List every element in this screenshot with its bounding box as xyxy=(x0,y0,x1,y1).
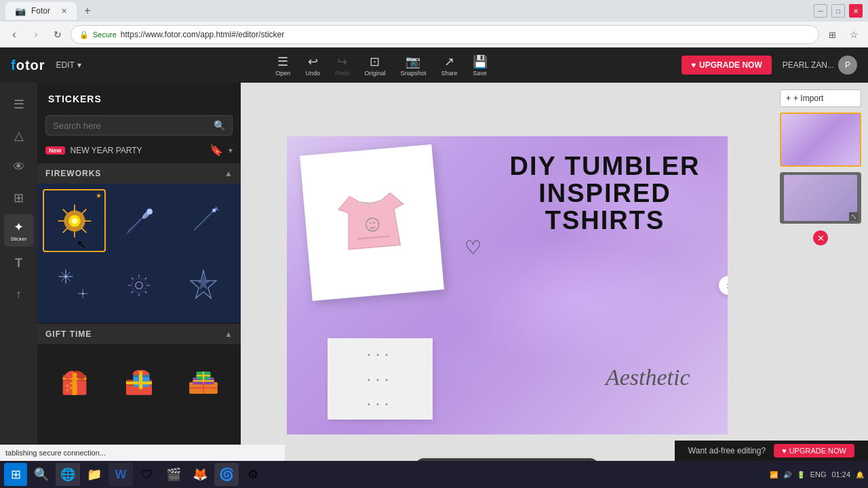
left-sidebar: ☰ △ 👁 ⊞ ✦ Sticker T ↑ ⚙ xyxy=(0,83,37,488)
svg-line-10 xyxy=(62,228,67,232)
original-tool-btn[interactable]: ⊡ Original xyxy=(364,54,385,77)
gift-time-section-header[interactable]: GIFT TIME ▲ xyxy=(37,324,241,344)
secondary-thumbnail[interactable] xyxy=(784,175,857,221)
app: fotor EDIT ▾ ☰ Open ↩ Undo ↪ Redo ⊡ Orig… xyxy=(0,47,868,488)
search-input[interactable] xyxy=(53,121,210,131)
gift-time-sticker-grid xyxy=(37,344,241,418)
upgrade-now-btn[interactable]: ♥ UPGRADE NOW xyxy=(682,56,772,75)
sticker-item-gift-2[interactable] xyxy=(107,350,170,413)
share-tool-btn[interactable]: ↗ Share xyxy=(441,54,457,77)
taskbar-item-other[interactable]: ⚙ xyxy=(241,463,265,486)
bookmark-icon[interactable]: 🔖 xyxy=(210,144,223,157)
import-label: + Import xyxy=(793,94,823,103)
title-line3: TSHIRTS xyxy=(510,207,701,235)
stickers-panel: STICKERS 🔍 New NEW YEAR PARTY 🔖 ▾ FIREWO… xyxy=(37,83,241,488)
sidebar-item-upload[interactable]: ↑ xyxy=(4,279,34,309)
canvas-title: DIY TUMBLER INSPIRED TSHIRTS xyxy=(510,153,701,235)
forward-btn: › xyxy=(27,26,45,43)
gift-time-collapse-icon[interactable]: ▲ xyxy=(224,329,233,339)
sticker-item-firework-1[interactable]: ★ xyxy=(43,189,106,252)
taskbar-item-firefox[interactable]: 🦊 xyxy=(188,463,212,486)
upgrade-ad-free-btn[interactable]: ♥ UPGRADE NOW xyxy=(774,444,854,458)
snapshot-label: Snapshot xyxy=(400,70,426,77)
undo-label: Undo xyxy=(305,70,320,77)
fireworks-section-header[interactable]: FIREWORKS ▲ xyxy=(37,163,241,184)
tshirt-card[interactable] xyxy=(300,144,444,301)
undo-tool-btn[interactable]: ↩ Undo xyxy=(305,54,320,77)
stickers-search-bar[interactable]: 🔍 xyxy=(45,115,233,136)
sticker-item-gift-3[interactable] xyxy=(172,350,235,413)
sticker-item-firework-3[interactable] xyxy=(172,189,235,252)
svg-line-8 xyxy=(81,228,86,232)
start-btn[interactable]: ⊞ xyxy=(4,463,27,486)
heart-upgrade-icon: ♥ xyxy=(691,60,696,70)
sidebar-item-text[interactable]: T xyxy=(4,248,34,278)
taskbar-item-vlc[interactable]: 🎬 xyxy=(161,463,186,486)
open-tool-btn[interactable]: ☰ Open xyxy=(275,54,290,77)
close-thumbnail-btn[interactable]: ✕ xyxy=(813,230,828,245)
main-thumbnail[interactable] xyxy=(780,113,861,167)
original-label: Original xyxy=(364,70,385,77)
reload-btn[interactable]: ↻ xyxy=(49,26,66,43)
minimize-btn[interactable]: ─ xyxy=(814,4,827,18)
dotted-pattern: ········· xyxy=(366,342,393,415)
save-tool-btn[interactable]: 💾 Save xyxy=(473,54,488,77)
bookmark-btn[interactable]: ☆ xyxy=(845,26,863,43)
sticker-item-gift-1[interactable] xyxy=(43,350,106,413)
main-area: ☰ △ 👁 ⊞ ✦ Sticker T ↑ ⚙ STICKERS 🔍 xyxy=(0,83,868,488)
redo-label: Redo xyxy=(335,70,350,77)
taskbar-item-shield[interactable]: 🛡 xyxy=(135,463,159,486)
close-window-btn[interactable]: ✕ xyxy=(849,4,863,18)
canvas-bg[interactable]: ········· ♡ DIY TUMBLER INSPIRED TSHIRTS… xyxy=(287,136,728,434)
taskbar-item-browser[interactable]: 🌐 xyxy=(56,463,80,486)
tab-close-icon[interactable]: ✕ xyxy=(61,7,67,16)
sidebar-item-menu[interactable]: ☰ xyxy=(4,89,34,119)
back-btn[interactable]: ‹ xyxy=(5,26,23,43)
search-icon: 🔍 xyxy=(214,120,225,131)
upgrade-label: UPGRADE NOW xyxy=(699,60,762,70)
sidebar-item-preview[interactable]: 👁 xyxy=(4,152,34,182)
second-card[interactable]: ········· xyxy=(328,338,433,420)
lang-label: ENG xyxy=(810,470,827,479)
svg-line-34 xyxy=(132,278,134,280)
taskbar-item-cortana[interactable]: 🔍 xyxy=(29,463,54,486)
secondary-thumbnail-frame: ⤡ xyxy=(780,172,861,224)
sidebar-item-layers[interactable]: ⊞ xyxy=(4,183,34,213)
svg-point-47 xyxy=(66,385,68,387)
svg-line-37 xyxy=(132,291,134,293)
taskbar-item-explorer[interactable]: 📁 xyxy=(82,463,106,486)
right-panel: + + Import ⤡ ✕ 🗑 Clear All xyxy=(773,83,868,488)
sticker-item-firework-4[interactable] xyxy=(43,253,106,317)
active-tab[interactable]: 📷 Fotor ✕ xyxy=(5,2,77,20)
edit-menu-btn[interactable]: EDIT ▾ xyxy=(56,60,81,70)
undo-icon: ↩ xyxy=(308,54,318,69)
svg-point-48 xyxy=(70,382,72,384)
extensions-btn[interactable]: ⊞ xyxy=(823,26,841,43)
maximize-btn[interactable]: □ xyxy=(831,4,845,18)
address-bar[interactable]: 🔒 Secure https://www.fotor.com/app.html#… xyxy=(71,25,819,44)
user-avatar[interactable]: P xyxy=(838,56,857,75)
chevron-down-icon[interactable]: ▾ xyxy=(229,146,233,155)
sidebar-item-sticker[interactable]: ✦ Sticker xyxy=(4,214,34,247)
new-tab-btn[interactable]: + xyxy=(79,3,96,19)
svg-point-29 xyxy=(132,279,146,293)
heart-ad-icon: ♥ xyxy=(782,447,787,455)
taskbar-item-chrome[interactable]: 🌀 xyxy=(214,463,239,486)
edit-chevron-icon: ▾ xyxy=(77,60,81,70)
taskbar-item-word[interactable]: W xyxy=(108,463,133,486)
import-btn[interactable]: + + Import xyxy=(780,89,861,107)
sticker-item-firework-2[interactable] xyxy=(107,189,170,252)
category-bar: New NEW YEAR PARTY 🔖 ▾ xyxy=(37,144,241,163)
sticker-item-firework-6[interactable] xyxy=(172,253,235,317)
svg-line-9 xyxy=(81,209,86,214)
open-label: Open xyxy=(275,70,290,77)
upgrade-ad-label: UPGRADE NOW xyxy=(789,447,846,455)
snapshot-tool-btn[interactable]: 📷 Snapshot xyxy=(400,54,426,77)
sticker-item-firework-5[interactable] xyxy=(107,253,170,317)
sidebar-item-shape[interactable]: △ xyxy=(4,121,34,150)
fireworks-collapse-icon[interactable]: ▲ xyxy=(224,169,233,178)
svg-point-12 xyxy=(146,208,153,214)
stickers-title: STICKERS xyxy=(48,94,102,104)
notifications-icon[interactable]: 🔔 xyxy=(856,471,864,479)
redo-tool-btn[interactable]: ↪ Redo xyxy=(335,54,350,77)
